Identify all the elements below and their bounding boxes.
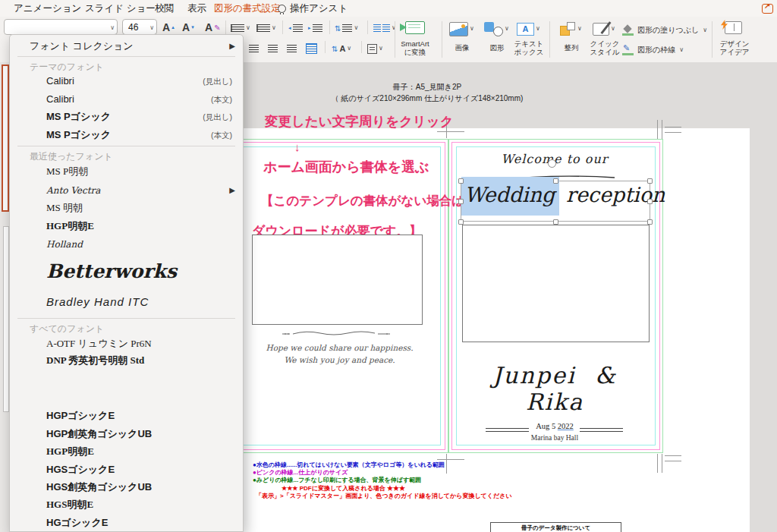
title-text[interactable]: Wedding reception — [461, 183, 650, 206]
insert-shape-button[interactable]: ∨ — [484, 20, 509, 37]
section-recent-fonts: 最近使ったフォント — [10, 149, 243, 164]
font-item[interactable]: A-OTF リュウミン Pr6N — [10, 335, 243, 352]
slide-thumbnail-selected[interactable] — [2, 65, 9, 212]
chevron-down-icon[interactable]: ∨ — [149, 20, 154, 36]
couple-names-text[interactable]: Junpei & Rika — [455, 362, 654, 415]
venue-text[interactable]: Marina bay Hall — [493, 434, 616, 442]
submenu-arrow-icon: ▶ — [229, 38, 235, 55]
menu-review[interactable]: 校閲 — [155, 2, 174, 15]
instruction-text-1[interactable]: 変更したい文字周りをクリック — [265, 112, 454, 131]
menu-view[interactable]: 表示 — [187, 2, 206, 15]
resize-handle[interactable] — [458, 219, 464, 225]
resize-handle[interactable] — [647, 219, 653, 225]
font-item[interactable]: MS Pゴシック(本文) — [10, 127, 243, 143]
font-name-combo[interactable]: ∨ — [4, 19, 118, 35]
font-collection-item[interactable]: フォント コレクション ▶ — [10, 38, 243, 55]
font-item[interactable]: Calibri(本文) — [10, 91, 243, 108]
note-pdf-1: ★★★ PDFに変換して入稿される場合 ★★★ — [253, 485, 512, 493]
date-text[interactable]: Aug 5 2022 — [493, 422, 616, 430]
pen-icon — [622, 46, 634, 55]
clear-formatting-button[interactable]: A✎ — [205, 19, 221, 36]
message-text[interactable]: Hope we could share our happiness. We wi… — [258, 342, 421, 366]
columns-button[interactable]: ∨ — [373, 20, 396, 36]
numbering-button[interactable]: ∨ — [256, 20, 276, 36]
crop-mark — [437, 459, 464, 460]
increase-indent-button[interactable]: ▸ — [308, 20, 322, 36]
guide-notes-text[interactable]: ●水色の枠線......切れてはいけない要素（文字やロゴ等）をいれる範囲 ●ピン… — [253, 461, 512, 500]
title-textbox[interactable]: Wedding reception — [461, 181, 650, 222]
flourish-divider — [279, 329, 395, 337]
font-item[interactable]: MS Pゴシック(見出し) — [10, 109, 243, 125]
resize-handle[interactable] — [458, 199, 464, 204]
instruction-text-3[interactable]: 【このテンプレの書体がない場合は — [261, 193, 464, 209]
font-item[interactable]: HGP明朝E — [10, 443, 243, 460]
font-item[interactable]: HGP明朝E — [10, 218, 243, 235]
resize-handle[interactable] — [553, 219, 558, 225]
line-spacing-button[interactable]: ⇅∨ — [335, 20, 358, 36]
resize-handle[interactable] — [458, 178, 464, 184]
shape-fill-label: 図形の塗りつぶし — [637, 25, 699, 36]
decrease-indent-button[interactable]: ◂ — [288, 20, 303, 36]
menu-tell-me[interactable]: 操作アシスト — [290, 2, 348, 15]
info-box-title: 冊子のデータ製作について — [493, 524, 618, 531]
align-right-button[interactable] — [268, 40, 278, 57]
submenu-arrow-icon: ▶ — [229, 182, 235, 199]
share-icon[interactable] — [762, 3, 773, 17]
font-item[interactable]: HGゴシックE — [10, 515, 243, 531]
increase-font-button[interactable]: A▴ — [162, 19, 175, 36]
menu-shape-format[interactable]: 図形の書式設定 — [214, 2, 281, 15]
font-size-value: 46 — [128, 22, 138, 33]
booklet-info-box[interactable]: 冊子のデータ製作について ・ページ数は表紙も含めた数になります ・データは1Pご… — [490, 522, 621, 532]
font-item[interactable]: HGP創英角ゴシックUB — [10, 426, 243, 442]
note-cyan-frame: ●水色の枠線......切れてはいけない要素（文字やロゴ等）をいれる範囲 — [253, 461, 512, 469]
crop-mark — [665, 461, 681, 461]
text-direction-button[interactable]: ⇅A∨ — [332, 40, 351, 57]
menu-animations[interactable]: アニメーション — [14, 2, 81, 15]
font-item[interactable]: DNP 秀英初号明朝 Std — [10, 352, 243, 369]
font-item[interactable]: HGS明朝E — [10, 496, 243, 513]
font-item[interactable]: Anto Vectra▶ — [10, 182, 243, 199]
font-size-combo[interactable]: 46 ∨ — [122, 19, 157, 35]
font-item[interactable]: HGSゴシックE — [10, 461, 243, 478]
insert-picture-button[interactable]: ∨ — [449, 20, 474, 37]
font-item[interactable]: Calibri(見出し) — [10, 73, 243, 90]
font-item[interactable]: Betterworks — [10, 257, 243, 287]
font-item[interactable]: HGPゴシックE — [10, 408, 243, 424]
align-center-button[interactable] — [249, 40, 259, 57]
booklet-spec-text[interactable]: 冊子：A5_見開き2P （ 紙のサイズ210×296mm 仕上がりサイズ148×… — [313, 81, 541, 104]
shape-fill-button[interactable]: 図形の塗りつぶし ∨ — [622, 22, 707, 39]
shape-outline-button[interactable]: 図形の枠線 ∨ — [622, 42, 684, 58]
smartart-convert-button[interactable]: SmartArtに変換 — [392, 39, 439, 56]
design-ideas-button[interactable]: デザインアイデア — [711, 39, 758, 56]
font-item[interactable]: MS 明朝 — [10, 200, 243, 216]
note-green-frame: ●みどりの枠線...フチなし印刷にする場合、背景を伸ばす範囲 — [253, 477, 512, 484]
font-item[interactable]: Holland — [10, 236, 243, 253]
textbox-label: テキストボックス — [505, 39, 552, 56]
chevron-down-icon[interactable]: ∨ — [110, 20, 115, 36]
shape-outline-label: 図形の枠線 — [637, 45, 675, 55]
crop-mark — [657, 454, 658, 473]
insert-textbox-button[interactable]: ∨ — [517, 20, 540, 37]
font-item[interactable]: MS P明朝 — [10, 163, 243, 180]
quick-styles-button[interactable]: ∨ — [593, 20, 615, 37]
instruction-text-2[interactable]: ホーム画面から書体を選ぶ — [263, 158, 429, 176]
slide-thumbnail[interactable] — [3, 226, 9, 412]
rotation-handle[interactable] — [548, 159, 556, 168]
powerpoint-window: アニメーション スライド ショー 校閲 表示 図形の書式設定 操作アシスト ∨ … — [0, 0, 777, 532]
resize-handle[interactable] — [553, 178, 558, 184]
decrease-font-button[interactable]: A▾ — [182, 19, 194, 36]
crop-mark — [662, 120, 662, 139]
align-text-button[interactable]: ∨ — [367, 40, 383, 57]
menu-slideshow[interactable]: スライド ショー — [85, 2, 156, 15]
photo-placeholder-right[interactable] — [462, 225, 650, 342]
justify-button[interactable] — [287, 40, 297, 57]
crop-mark — [665, 127, 681, 127]
font-item[interactable]: HGS創英角ゴシックUB — [10, 479, 243, 496]
resize-handle[interactable] — [647, 178, 653, 184]
resize-handle[interactable] — [647, 199, 653, 204]
font-item[interactable]: Bradley Hand ITC — [10, 291, 243, 313]
selection-highlight: Wedding — [461, 177, 559, 216]
photo-placeholder-left[interactable] — [252, 235, 423, 325]
arrange-button[interactable]: ∨ — [559, 20, 582, 37]
distribute-text-button[interactable] — [306, 40, 317, 57]
